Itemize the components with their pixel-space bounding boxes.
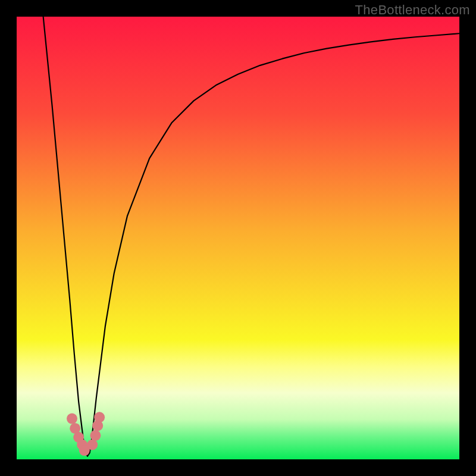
chart-svg <box>17 17 459 459</box>
brand-watermark: TheBottleneck.com <box>355 2 470 18</box>
min-marker <box>67 414 77 424</box>
min-marker <box>87 439 98 450</box>
min-marker <box>90 430 101 441</box>
min-marker <box>94 412 105 422</box>
gradient-background <box>17 17 459 459</box>
chart-frame: TheBottleneck.com <box>0 0 476 476</box>
plot-area <box>17 17 459 459</box>
